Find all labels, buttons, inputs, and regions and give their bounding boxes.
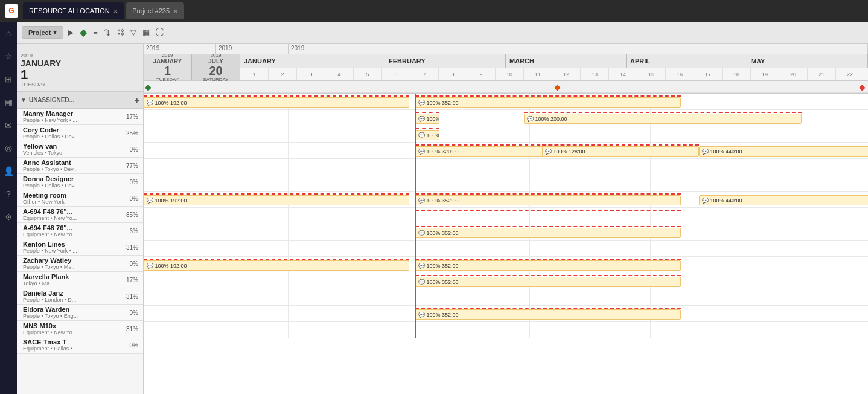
star-icon[interactable]: ☆ (2, 50, 15, 63)
gantt-bar[interactable]: 💬 100% 128:00 (542, 146, 699, 157)
close-tab-project-235[interactable]: × (173, 7, 178, 16)
day-cell-10: 10 (496, 68, 524, 80)
resource-row[interactable]: A-694 F48 76"... Equipment • New Yo... 6… (17, 223, 143, 239)
resource-row[interactable]: MNS M10x Equipment • New Yo... 31% (17, 321, 143, 337)
resource-panel: 2019 JANUARY 1 TUESDAY ▼ UNASSIGNED... +… (17, 44, 144, 394)
settings-icon[interactable]: ⚙ (2, 210, 15, 224)
app-icon[interactable]: G (5, 4, 18, 18)
resource-pct: 77% (121, 163, 138, 169)
grid-icon[interactable]: ⊞ (2, 73, 15, 86)
resource-row[interactable]: Marvella Plank Tokyo • Ma... 17% (17, 272, 143, 288)
main-container: ⌂ ☆ ⊞ ▦ ✉ ◎ 👤 ? ⚙ Project ▾ ▶ ◆ ≡ ⇅ ⛓ ▽ … (0, 22, 868, 394)
resource-row[interactable]: A-694 F48 76"... Equipment • New Yo... 8… (17, 207, 143, 223)
mid-diamond-marker: ◆ (554, 82, 561, 92)
unassigned-section-header: ▼ UNASSIGNED... + (17, 92, 143, 109)
year-cell-right: 2019 (289, 44, 868, 54)
circle-icon[interactable]: ◎ (2, 141, 15, 155)
title-bar: G RESOURCE ALLOCATION × Project #235 × (0, 0, 868, 22)
gantt-chart[interactable]: 2019 2019 2019 2019JANUARY1TUESDAY2019JU… (144, 44, 868, 394)
day-cell-1: 1 (240, 68, 269, 80)
resource-info: Anne Assistant People • Tokyo • Dev... (23, 159, 78, 172)
resource-info: Eldora Warden People • Tokyo • Eng... (23, 306, 78, 319)
resource-info: Zachary Watley People • Tokyo • Ma... (23, 257, 76, 270)
day-cell-9: 9 (467, 68, 496, 80)
play-icon[interactable]: ▶ (66, 26, 75, 39)
gantt-row: 💬 100% 192:00💬 100% 352:00💬 100% 440:00 (144, 192, 868, 208)
gantt-row: 100% 1... (144, 208, 868, 224)
gantt-row (144, 175, 868, 192)
day-cell-12: 12 (552, 68, 581, 80)
resource-row[interactable]: Cory Coder People • Dallas • Dev... 25% (17, 125, 143, 141)
tab-project-235[interactable]: Project #235 × (126, 2, 183, 19)
add-resource-btn[interactable]: + (135, 95, 139, 105)
resource-row[interactable]: Daniela Janz People • London • D... 31% (17, 288, 143, 305)
month-cell-may: MAY (747, 54, 868, 68)
calendar-view-icon[interactable]: ▦ (141, 26, 152, 39)
resource-pct: 0% (121, 342, 138, 349)
resource-row[interactable]: Kenton Lines People • New York • ... 31% (17, 239, 143, 256)
indent-icon[interactable]: ≡ (91, 26, 100, 39)
day-cell-13: 13 (581, 68, 609, 80)
month-cell-april: APRIL (627, 54, 747, 68)
gantt-row: 💬 100% 352:00 (144, 224, 868, 241)
resource-row[interactable]: Manny Manager People • New York • ... 17… (17, 109, 143, 125)
question-icon[interactable]: ? (2, 187, 15, 201)
tab-resource-allocation[interactable]: RESOURCE ALLOCATION × (23, 2, 124, 19)
gantt-wrapper: 2019 JANUARY 1 TUESDAY ▼ UNASSIGNED... +… (17, 44, 868, 394)
resource-row[interactable]: Meeting room Other • New York 0% (17, 190, 143, 207)
diamond-icon[interactable]: ◆ (78, 25, 89, 40)
gantt-bar[interactable]: 💬 100% 352:00 (415, 277, 681, 287)
gantt-bar[interactable]: 💬 100% 352:00 (415, 228, 681, 238)
project-label: Project (28, 29, 51, 36)
resource-info: MNS M10x Equipment • New Yo... (23, 322, 77, 335)
gantt-row (144, 322, 868, 338)
section-toggle[interactable]: ▼ (21, 97, 27, 103)
day-cell-23: 23 (864, 68, 868, 80)
filter-icon[interactable]: ▽ (129, 26, 138, 39)
resource-row[interactable]: Eldora Warden People • Tokyo • Eng... 0% (17, 305, 143, 321)
month-cell-january: JANUARY (240, 54, 385, 68)
tab-label-project-235: Project #235 (132, 7, 170, 15)
project-dropdown[interactable]: Project ▾ (22, 26, 63, 39)
resource-info: A-694 F48 76"... Equipment • New Yo... (23, 208, 77, 221)
gantt-bar[interactable]: 💬 100% 352:00 (415, 309, 681, 320)
message-icon[interactable]: ✉ (2, 118, 15, 132)
toolbar: Project ▾ ▶ ◆ ≡ ⇅ ⛓ ▽ ▦ ⛶ (17, 22, 868, 44)
close-tab-resource-allocation[interactable]: × (113, 7, 118, 16)
resource-row[interactable]: Anne Assistant People • Tokyo • Dev... 7… (17, 158, 143, 174)
gantt-bar[interactable]: 💬 100% 352:00 (415, 260, 681, 271)
unlink-icon[interactable]: ⛓ (115, 26, 126, 39)
gantt-bar[interactable]: 💬 100% 440:00 (699, 195, 868, 205)
gantt-bar[interactable]: 💬 100% 352:00 (415, 97, 681, 108)
day-cell-5: 5 (354, 68, 382, 80)
start-diamond-marker: ◆ (145, 82, 152, 92)
gantt-bar[interactable]: 💬 100% 88:0... (415, 130, 439, 140)
resource-row[interactable]: SACE Tmax T Equipment • Dallas • ... 0% (17, 337, 143, 354)
people-icon[interactable]: 👤 (2, 164, 15, 178)
gantt-year-row: 2019 2019 2019 (144, 44, 868, 54)
gantt-bar[interactable]: 💬 100% 192:00 (144, 260, 409, 271)
resource-pct: 31% (121, 326, 138, 332)
gantt-bar[interactable]: 💬 100% 352:00 (415, 195, 681, 205)
resource-row[interactable]: Zachary Watley People • Tokyo • Ma... 0% (17, 256, 143, 272)
gantt-bar[interactable]: 💬 100% 192:00 (144, 97, 409, 108)
gantt-bar[interactable]: 💬 100% 440:00 (699, 146, 868, 157)
sort-icon[interactable]: ⇅ (102, 26, 112, 39)
day-cell-17: 17 (694, 68, 723, 80)
gantt-bar[interactable]: 💬 100% 192:00 (144, 195, 409, 205)
resource-info: Daniela Janz People • London • D... (23, 289, 76, 303)
home-icon[interactable]: ⌂ (2, 27, 15, 40)
fullscreen-icon[interactable]: ⛶ (154, 26, 165, 39)
gantt-bar[interactable]: 💬 100% 88:0... (415, 114, 439, 124)
resource-info: Yellow van Vehicles • Tokyo (23, 143, 62, 156)
gantt-row: 💬 100% 88:0...💬 100% 200:00 (144, 110, 868, 126)
day-cell-20: 20 (779, 68, 808, 80)
gantt-row: 💬 100% 192:00💬 100% 352:00 (144, 257, 868, 273)
resource-rows: Manny Manager People • New York • ... 17… (17, 109, 143, 394)
chart-icon[interactable]: ▦ (2, 95, 15, 109)
resource-pct: 0% (121, 146, 138, 153)
gantt-bar[interactable]: 💬 100% 200:00 (524, 114, 802, 124)
resource-row[interactable]: Donna Designer People • Dallas • Dev... … (17, 174, 143, 190)
content-area: Project ▾ ▶ ◆ ≡ ⇅ ⛓ ▽ ▦ ⛶ 2019 JANUARY (17, 22, 868, 394)
resource-row[interactable]: Yellow van Vehicles • Tokyo 0% (17, 141, 143, 158)
